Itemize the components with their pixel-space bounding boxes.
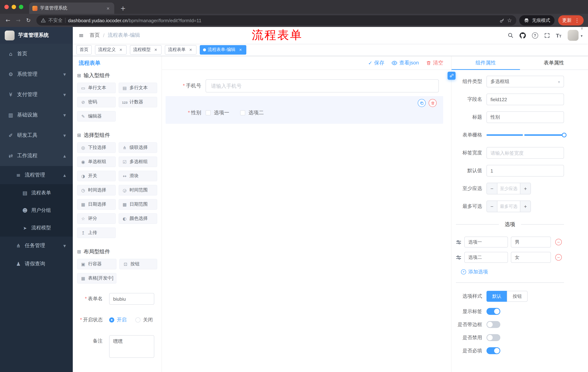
bookmark-star-icon[interactable] (507, 17, 512, 24)
component-chip[interactable]: 日期选择 (77, 199, 116, 210)
palette-scroll[interactable]: 输入型组件 单行文本 多行文本 密码 计数器 编辑器 选择型组件 (73, 70, 162, 372)
sidebar-item-system[interactable]: 系统管理 (0, 64, 73, 85)
option-value-input[interactable] (511, 237, 551, 247)
save-button[interactable]: 保存 (368, 60, 384, 66)
canvas-body[interactable]: 手机号 (162, 70, 451, 372)
sidebar-item-payment[interactable]: 支付管理 (0, 85, 73, 105)
address-bar[interactable]: 不安全 dashboard.yudao.iocoder.cn/bpm/manag… (36, 15, 516, 25)
label-width-input[interactable] (486, 147, 564, 159)
component-chip[interactable]: 上传 (77, 227, 116, 238)
chevron-down-icon[interactable] (580, 26, 583, 30)
new-tab-button[interactable] (118, 3, 128, 13)
form-remark-textarea[interactable]: 嘿嘿 (109, 335, 154, 358)
style-default-button[interactable]: 默认 (486, 291, 507, 302)
sidebar-item-process-form[interactable]: 流程表单 (0, 184, 73, 202)
remove-option-button[interactable] (555, 254, 562, 261)
component-chip[interactable]: 级联选择 (119, 142, 157, 153)
disabled-toggle[interactable] (486, 334, 500, 341)
max-select-value[interactable]: 最多可选 (497, 201, 520, 212)
sidebar-item-process-model[interactable]: 流程模型 (0, 219, 73, 237)
drag-handle-icon[interactable] (456, 239, 461, 245)
sidebar-item-user-group[interactable]: 用户分组 (0, 202, 73, 219)
close-icon[interactable] (118, 47, 123, 52)
browser-menu-icon[interactable] (575, 18, 580, 23)
component-chip[interactable]: 滑块 (119, 171, 157, 181)
maximize-window-button[interactable] (19, 5, 23, 9)
component-chip[interactable]: 评分 (77, 213, 116, 224)
component-chip[interactable]: 颜色选择 (119, 213, 157, 224)
checkbox-icon[interactable] (240, 110, 245, 115)
forward-icon[interactable] (13, 15, 23, 25)
component-chip[interactable]: 多选框组 (119, 157, 157, 167)
component-type-select[interactable]: 多选框组 (486, 76, 564, 87)
close-tab-icon[interactable] (105, 5, 111, 11)
tab-component-props[interactable]: 组件属性 (452, 56, 520, 70)
sidebar-logo[interactable]: 芋道管理系统 (0, 27, 73, 44)
delete-widget-button[interactable] (429, 99, 437, 107)
search-icon[interactable] (507, 32, 513, 38)
component-chip[interactable]: 时间选择 (77, 185, 116, 195)
checkbox-icon[interactable] (206, 110, 211, 115)
component-chip[interactable]: 表格[开发中] (77, 273, 117, 284)
tag-process-form[interactable]: 流程表单 (165, 45, 197, 54)
tab-form-props[interactable]: 表单属性 (520, 56, 588, 70)
component-chip[interactable]: 单行文本 (77, 83, 116, 93)
drag-handle-icon[interactable] (456, 255, 461, 260)
sidebar-item-task-manage[interactable]: 任务管理 (0, 237, 73, 255)
github-icon[interactable] (519, 32, 525, 38)
component-chip[interactable]: 编辑器 (77, 111, 116, 122)
component-chip[interactable]: 时间范围 (119, 185, 157, 195)
add-option-button[interactable]: 添加选项 (461, 269, 564, 275)
component-chip[interactable]: 计数器 (119, 97, 157, 107)
tag-process-form-edit[interactable]: 流程表单-编辑 (200, 45, 246, 54)
help-icon[interactable]: ? (532, 32, 538, 38)
component-chip[interactable]: 多行文本 (119, 83, 157, 93)
minimize-window-button[interactable] (12, 5, 16, 9)
option-label-input[interactable] (464, 237, 508, 247)
option-label-input[interactable] (464, 252, 508, 263)
browser-tab[interactable]: 芋道管理系统 (29, 2, 114, 14)
component-chip[interactable]: 单选框组 (77, 157, 116, 167)
tag-process-definition[interactable]: 流程定义 (95, 45, 127, 54)
increase-button[interactable] (520, 183, 531, 194)
sidebar-item-home[interactable]: 首页 (0, 44, 73, 64)
radio-closed[interactable]: 关闭 (135, 317, 153, 323)
close-icon[interactable] (188, 47, 193, 52)
link-badge[interactable] (448, 72, 456, 80)
phone-input[interactable] (206, 79, 439, 93)
copy-widget-button[interactable] (418, 99, 426, 107)
breadcrumb-home[interactable]: 首页 (90, 32, 100, 39)
component-chip[interactable]: 日期范围 (119, 199, 157, 210)
tag-process-model[interactable]: 流程模型 (130, 45, 162, 54)
slider-track[interactable] (486, 134, 564, 136)
close-window-button[interactable] (4, 5, 9, 9)
sidebar-item-workflow[interactable]: 工作流程 (0, 146, 73, 166)
show-label-toggle[interactable] (486, 308, 500, 315)
component-chip[interactable]: 密码 (77, 97, 116, 107)
tag-home[interactable]: 首页 (76, 45, 92, 54)
close-icon[interactable] (238, 47, 243, 52)
field-name-input[interactable] (486, 94, 564, 105)
back-icon[interactable] (3, 15, 13, 25)
security-label[interactable]: 不安全 (48, 17, 63, 24)
component-chip[interactable]: 开关 (77, 171, 116, 181)
close-icon[interactable] (153, 47, 158, 52)
checkbox-option-2[interactable]: 选项二 (240, 110, 264, 116)
user-menu[interactable] (568, 30, 583, 41)
form-grid-slider[interactable] (486, 129, 564, 141)
default-value-input[interactable] (486, 165, 564, 177)
selected-widget-gender[interactable]: 性别 选项一 选项二 (166, 96, 443, 124)
clear-button[interactable]: 清空 (426, 60, 443, 66)
style-button-button[interactable]: 按钮 (507, 291, 528, 302)
component-chip[interactable]: 下拉选择 (77, 142, 116, 153)
font-size-icon[interactable]: TT (556, 32, 561, 38)
required-toggle[interactable] (486, 347, 500, 354)
sidebar-item-infrastructure[interactable]: 基础设施 (0, 105, 73, 125)
key-icon[interactable] (499, 18, 504, 23)
component-chip[interactable]: 行容器 (77, 259, 117, 269)
sidebar-item-leave-query[interactable]: 请假查询 (0, 255, 73, 273)
decrease-button[interactable] (487, 201, 497, 212)
radio-open[interactable]: 开启 (109, 317, 127, 323)
increase-button[interactable] (520, 201, 531, 212)
sidebar-item-devtools[interactable]: 研发工具 (0, 125, 73, 146)
